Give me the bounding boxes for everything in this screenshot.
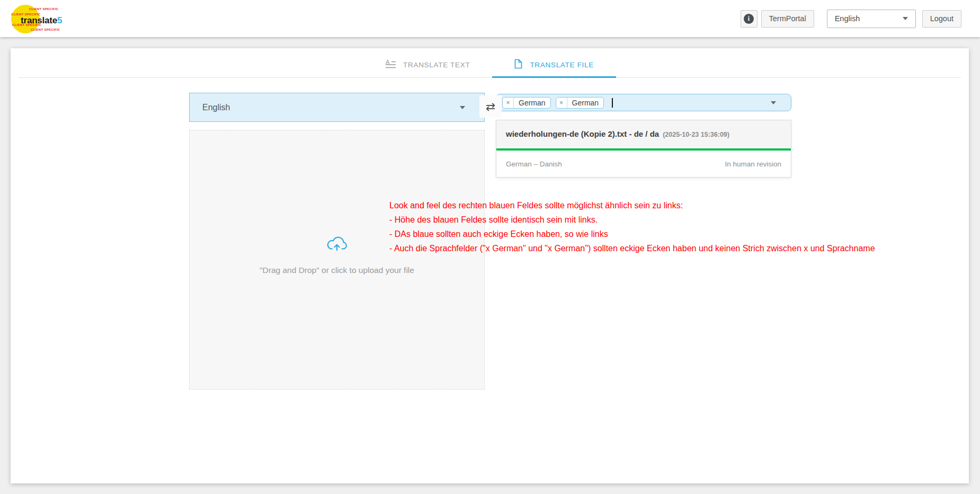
- logo-client-specific: CLIENT SPECIFIC: [29, 7, 59, 11]
- tag-label: German: [514, 99, 550, 107]
- logo-brand-accent: 5: [57, 15, 62, 25]
- logo-wordmark: translate5: [21, 15, 62, 26]
- tag-label: German: [567, 99, 604, 107]
- annotation-line: - Höhe des blauen Feldes sollte identisc…: [389, 213, 961, 227]
- chevron-down-icon: [771, 101, 776, 104]
- upload-cloud-icon: [326, 236, 348, 254]
- main-card: A TRANSLATE TEXT TRANSLATE FILE English: [11, 48, 969, 483]
- annotation-line: - DAs blaue sollten auch eckige Ecken ha…: [389, 227, 961, 241]
- remove-tag-icon[interactable]: ×: [503, 97, 513, 109]
- ui-language-select[interactable]: English: [827, 10, 916, 28]
- termportal-button[interactable]: TermPortal: [761, 10, 814, 28]
- results-dropdown: wiederholungen-de (Kopie 2).txt - de / d…: [496, 120, 791, 178]
- target-language-field[interactable]: × German × German: [496, 94, 791, 111]
- app-header: CLIENT SPECIFIC CLIENT SPECIFIC CLIENT S…: [0, 0, 980, 37]
- review-annotation: Look and feel des rechten blauen Feldes …: [389, 198, 961, 255]
- ui-language-value: English: [835, 14, 860, 23]
- chevron-down-icon: [903, 17, 908, 20]
- remove-tag-icon[interactable]: ×: [556, 97, 567, 109]
- tab-label: TRANSLATE TEXT: [403, 61, 470, 69]
- upload-hint: "Drag and Drop" or click to upload your …: [190, 266, 484, 275]
- translate-text-icon: A: [386, 60, 396, 70]
- header-controls: i TermPortal English Logout: [741, 9, 961, 28]
- result-file-title: wiederholungen-de (Kopie 2).txt - de / d…: [506, 129, 659, 138]
- language-tag: × German: [556, 97, 604, 109]
- swap-languages-button[interactable]: ⇄: [479, 95, 502, 118]
- tab-translate-file[interactable]: TRANSLATE FILE: [492, 48, 616, 78]
- logo-brand: translate: [21, 15, 57, 25]
- translate-file-icon: [514, 59, 522, 70]
- text-caret: [612, 98, 613, 108]
- source-language-select[interactable]: English: [189, 93, 485, 122]
- active-tab-underline: [492, 76, 616, 78]
- source-language-value: English: [202, 103, 230, 112]
- chevron-down-icon: [460, 106, 465, 109]
- result-timestamp: (2025-10-23 15:36:09): [663, 131, 729, 138]
- file-dropzone[interactable]: "Drag and Drop" or click to upload your …: [189, 130, 485, 390]
- app-logo[interactable]: CLIENT SPECIFIC CLIENT SPECIFIC CLIENT S…: [11, 3, 72, 34]
- annotation-line: - Auch die Sprachfelder ("x German" und …: [389, 241, 961, 255]
- tab-label: TRANSLATE FILE: [530, 61, 594, 69]
- result-item[interactable]: wiederholungen-de (Kopie 2).txt - de / d…: [496, 120, 791, 148]
- status-text: In human revision: [725, 160, 781, 168]
- tab-translate-text[interactable]: A TRANSLATE TEXT: [363, 48, 492, 78]
- language-pair: German – Danish: [506, 160, 562, 168]
- tab-bar: A TRANSLATE TEXT TRANSLATE FILE: [11, 48, 969, 78]
- logout-button[interactable]: Logout: [922, 10, 961, 28]
- annotation-line: Look and feel des rechten blauen Feldes …: [389, 198, 961, 213]
- info-icon: i: [744, 14, 754, 24]
- language-tag: × German: [502, 97, 551, 109]
- swap-arrows-icon: ⇄: [486, 100, 495, 113]
- result-meta-row: German – Danish In human revision: [496, 151, 791, 177]
- logo-client-specific: CLIENT SPECIFIC: [31, 28, 60, 31]
- info-button[interactable]: i: [741, 10, 758, 28]
